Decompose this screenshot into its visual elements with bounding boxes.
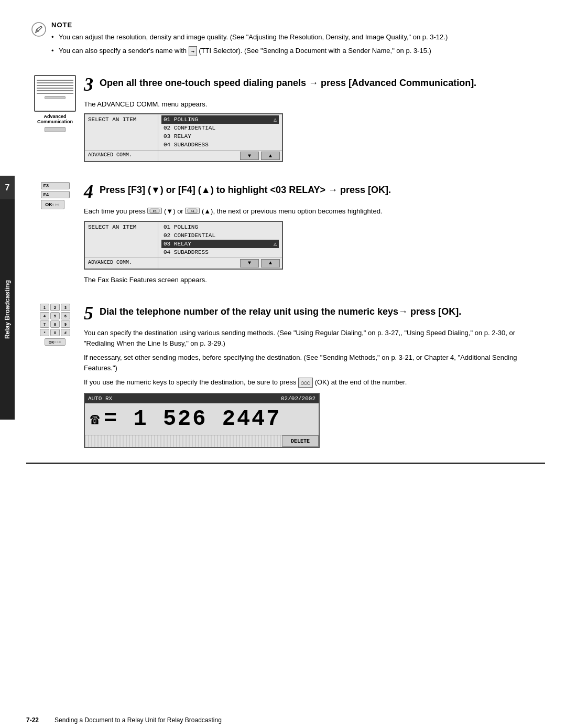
lcd2-nav-buttons: ▼ ▲ <box>158 258 282 269</box>
lcd2-title-row: SELECT AN ITEM 01 POLLING 02 CONFIDENTIA… <box>85 222 282 258</box>
f3-button-icon: F3 <box>41 182 70 189</box>
step4-title: Press [F3] (▼) or [F4] (▲) to highlight … <box>100 182 391 196</box>
step5-content: 5 Dial the telephone number of the relay… <box>84 304 545 448</box>
fax-number-row: ☎ = 1 526 2447 <box>85 403 319 435</box>
ok-inline-icon: ○○○ <box>298 378 313 388</box>
step3-section: Advanced Communication 3 Open all three … <box>26 75 545 168</box>
lcd2-item-4: 04 SUBADDRESS <box>161 248 279 256</box>
device-stripes <box>37 78 73 94</box>
chapter-number: 7 <box>5 183 10 192</box>
fax-phone-icon: ☎ <box>90 410 101 429</box>
numpad-ok-key: OK ○○○ <box>45 338 66 346</box>
lcd1-title-left: SELECT AN ITEM <box>85 114 158 150</box>
step4-after-desc: The Fax Basic Features screen appears. <box>84 275 545 285</box>
step5-number: 5 <box>84 304 93 323</box>
numpad-row-3: 7 8 9 <box>40 320 70 328</box>
step5-header: 5 Dial the telephone number of the relay… <box>84 304 545 323</box>
chapter-number-box: 7 <box>0 176 15 199</box>
fax-mode: AUTO RX <box>88 395 112 402</box>
note-bullets: You can adjust the resolution, density a… <box>51 32 545 56</box>
lcd1-scroll-up: △ <box>274 116 277 123</box>
ok-button-icon: OK ○○○ <box>41 200 64 209</box>
step3-desc: The ADVANCED COMM. menu appears. <box>84 99 545 110</box>
step3-lcd: SELECT AN ITEM 01 POLLING △ 02 CONFIDENT… <box>84 113 283 162</box>
note-content: NOTE You can adjust the resolution, dens… <box>51 21 545 59</box>
step3-title: Open all three one-touch speed dialing p… <box>100 75 476 89</box>
f4-key-ref: F4 <box>185 208 200 214</box>
lcd1-nav-buttons: ▼ ▲ <box>158 151 282 161</box>
num-key-8: 8 <box>50 320 60 328</box>
fax-date: 02/02/2002 <box>281 395 315 402</box>
lcd2-up-btn: ▲ <box>261 259 280 267</box>
num-key-2: 2 <box>50 304 60 311</box>
step4-number: 4 <box>84 182 93 201</box>
side-tab-label: Relay Broadcasting <box>4 280 11 339</box>
fax-number: = 1 526 2447 <box>104 406 281 432</box>
num-key-star: * <box>40 329 49 336</box>
numpad-device: 1 2 3 4 5 6 7 8 9 * <box>40 304 70 346</box>
lcd1-down-btn: ▼ <box>240 152 259 160</box>
lcd1-item-1: 01 POLLING △ <box>161 115 279 124</box>
lcd2-item-2: 02 CONFIDENTIAL <box>161 231 279 240</box>
num-key-7: 7 <box>40 320 49 328</box>
num-key-5: 5 <box>50 312 60 319</box>
advanced-comm-device <box>34 75 76 112</box>
lcd2-down-btn: ▼ <box>240 259 259 267</box>
step5-desc1: You can specify the destination using va… <box>84 328 545 348</box>
device-label: Advanced Communication <box>37 114 73 125</box>
pencil-icon <box>31 22 46 37</box>
lcd1-label: ADVANCED COMM. <box>85 151 158 161</box>
fax-bottom-bar: DELETE <box>85 435 319 447</box>
ok-dots: ○○○ <box>52 203 60 206</box>
num-key-6: 6 <box>61 312 70 319</box>
f4-key-icon: F4 <box>187 208 198 213</box>
note-icon <box>31 22 46 39</box>
note-title: NOTE <box>51 21 545 29</box>
step3-content: 3 Open all three one-touch speed dialing… <box>84 75 545 168</box>
step4-content: 4 Press [F3] (▼) or [F4] (▲) to highligh… <box>84 182 545 289</box>
lcd1-bottom-row: ADVANCED COMM. ▼ ▲ <box>85 151 282 161</box>
device-button-row <box>45 96 66 99</box>
f4-button-icon: F4 <box>41 191 70 198</box>
step3-header: 3 Open all three one-touch speed dialing… <box>84 75 545 94</box>
step4-section: F3 F4 OK ○○○ 4 Press [F3] (▼) or [F4] (▲… <box>26 182 545 289</box>
step5-icon-col: 1 2 3 4 5 6 7 8 9 * <box>26 304 84 346</box>
lcd1-item-2: 02 CONFIDENTIAL <box>161 124 279 132</box>
fax-screen: AUTO RX 02/02/2002 ☎ = 1 526 2447 DELETE <box>84 393 320 448</box>
step5-desc3: If you use the numeric keys to specify t… <box>84 377 545 388</box>
device-button-icon <box>45 127 66 132</box>
numpad-row-1: 1 2 3 <box>40 304 70 311</box>
numpad-row-4: * 0 # <box>40 329 70 336</box>
svg-text:F4: F4 <box>191 210 195 213</box>
step5-section: 1 2 3 4 5 6 7 8 9 * <box>26 304 545 448</box>
lcd2-bottom-row: ADVANCED COMM. ▼ ▲ <box>85 258 282 269</box>
step5-title: Dial the telephone number of the relay u… <box>100 304 461 318</box>
num-key-hash: # <box>61 329 70 336</box>
note-bullet-1: You can adjust the resolution, density a… <box>51 32 545 42</box>
lcd2-title-left: SELECT AN ITEM <box>85 222 158 258</box>
numpad-row-2: 4 5 6 <box>40 312 70 319</box>
footer-description: Sending a Document to a Relay Unit for R… <box>55 716 222 724</box>
f3-key-ref: F3 <box>147 208 162 214</box>
fax-bottom-left-pattern <box>85 435 282 447</box>
step4-desc: Each time you press F3 (▼) or F4 (▲), th… <box>84 206 545 217</box>
lcd2-item-3: 03 RELAY △ <box>161 240 279 248</box>
step4-header: 4 Press [F3] (▼) or [F4] (▲) to highligh… <box>84 182 545 201</box>
step3-number: 3 <box>84 75 93 94</box>
lcd2-item-1: 01 POLLING <box>161 223 279 231</box>
lcd1-title-row: SELECT AN ITEM 01 POLLING △ 02 CONFIDENT… <box>85 114 282 151</box>
note-section: NOTE You can adjust the resolution, dens… <box>26 21 545 59</box>
num-key-1: 1 <box>40 304 49 311</box>
lcd1-items: 01 POLLING △ 02 CONFIDENTIAL 03 RELAY 04… <box>158 114 282 150</box>
footer: 7-22 Sending a Document to a Relay Unit … <box>0 712 566 728</box>
tti-selector-icon: → <box>189 46 197 56</box>
lcd1-item-4: 04 SUBADDRESS <box>161 141 279 149</box>
step4-icon-col: F3 F4 OK ○○○ <box>26 182 84 211</box>
svg-point-0 <box>32 23 46 36</box>
num-key-0: 0 <box>50 329 60 336</box>
svg-text:F3: F3 <box>153 210 157 213</box>
note-bullet-2: You can also specify a sender's name wit… <box>51 46 545 56</box>
side-tab: Relay Broadcasting <box>0 199 15 420</box>
num-key-3: 3 <box>61 304 70 311</box>
fax-top-bar: AUTO RX 02/02/2002 <box>85 394 319 403</box>
